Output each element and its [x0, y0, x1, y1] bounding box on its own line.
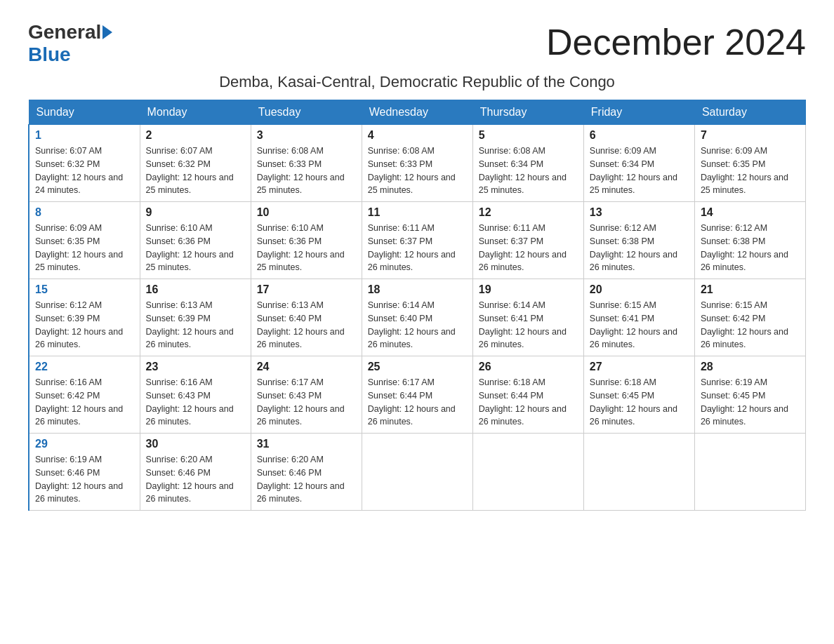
day-number: 30: [146, 438, 245, 450]
calendar-cell: 13Sunrise: 6:12 AMSunset: 6:38 PMDayligh…: [583, 202, 694, 279]
calendar-cell: [583, 434, 694, 511]
calendar-week-1: 1Sunrise: 6:07 AMSunset: 6:32 PMDaylight…: [29, 125, 806, 202]
day-info: Sunrise: 6:11 AMSunset: 6:37 PMDaylight:…: [479, 222, 578, 274]
day-info: Sunrise: 6:10 AMSunset: 6:36 PMDaylight:…: [146, 222, 245, 274]
day-info: Sunrise: 6:19 AMSunset: 6:45 PMDaylight:…: [701, 376, 800, 429]
calendar-week-2: 8Sunrise: 6:09 AMSunset: 6:35 PMDaylight…: [29, 202, 806, 279]
calendar-cell: 23Sunrise: 6:16 AMSunset: 6:43 PMDayligh…: [140, 356, 251, 434]
day-number: 19: [479, 283, 578, 296]
calendar-cell: 17Sunrise: 6:13 AMSunset: 6:40 PMDayligh…: [251, 279, 362, 356]
day-info: Sunrise: 6:07 AMSunset: 6:32 PMDaylight:…: [146, 145, 245, 197]
calendar-header-tuesday: Tuesday: [251, 100, 362, 125]
day-number: 23: [146, 361, 245, 373]
calendar-cell: 5Sunrise: 6:08 AMSunset: 6:34 PMDaylight…: [472, 125, 583, 202]
day-info: Sunrise: 6:13 AMSunset: 6:39 PMDaylight:…: [146, 299, 245, 351]
calendar-cell: 2Sunrise: 6:07 AMSunset: 6:32 PMDaylight…: [140, 125, 251, 202]
calendar-body: 1Sunrise: 6:07 AMSunset: 6:32 PMDaylight…: [29, 125, 806, 511]
day-number: 3: [257, 129, 356, 142]
calendar-cell: 11Sunrise: 6:11 AMSunset: 6:37 PMDayligh…: [362, 202, 472, 279]
day-info: Sunrise: 6:20 AMSunset: 6:46 PMDaylight:…: [257, 453, 356, 506]
day-info: Sunrise: 6:15 AMSunset: 6:42 PMDaylight:…: [701, 299, 800, 351]
day-number: 10: [257, 206, 356, 219]
calendar-cell: 14Sunrise: 6:12 AMSunset: 6:38 PMDayligh…: [694, 202, 805, 279]
calendar-cell: 24Sunrise: 6:17 AMSunset: 6:43 PMDayligh…: [251, 356, 362, 434]
calendar-header-thursday: Thursday: [472, 100, 583, 125]
calendar-week-5: 29Sunrise: 6:19 AMSunset: 6:46 PMDayligh…: [29, 434, 806, 511]
day-number: 18: [368, 283, 467, 296]
day-info: Sunrise: 6:18 AMSunset: 6:44 PMDaylight:…: [479, 376, 578, 429]
location-title: Demba, Kasai-Central, Democratic Republi…: [28, 73, 806, 91]
day-info: Sunrise: 6:09 AMSunset: 6:34 PMDaylight:…: [590, 145, 689, 197]
day-number: 22: [35, 361, 134, 373]
calendar-cell: 20Sunrise: 6:15 AMSunset: 6:41 PMDayligh…: [583, 279, 694, 356]
day-number: 13: [590, 206, 689, 219]
calendar-cell: 10Sunrise: 6:10 AMSunset: 6:36 PMDayligh…: [251, 202, 362, 279]
calendar-header-saturday: Saturday: [694, 100, 805, 125]
day-info: Sunrise: 6:08 AMSunset: 6:33 PMDaylight:…: [257, 145, 356, 197]
calendar-cell: 4Sunrise: 6:08 AMSunset: 6:33 PMDaylight…: [362, 125, 472, 202]
day-number: 25: [368, 361, 467, 373]
month-title: December 2024: [546, 21, 806, 63]
day-info: Sunrise: 6:16 AMSunset: 6:43 PMDaylight:…: [146, 376, 245, 429]
day-info: Sunrise: 6:14 AMSunset: 6:40 PMDaylight:…: [368, 299, 467, 351]
calendar-cell: 1Sunrise: 6:07 AMSunset: 6:32 PMDaylight…: [29, 125, 140, 202]
day-number: 5: [479, 129, 578, 142]
day-info: Sunrise: 6:12 AMSunset: 6:38 PMDaylight:…: [590, 222, 689, 274]
calendar-header-row: SundayMondayTuesdayWednesdayThursdayFrid…: [29, 100, 806, 125]
calendar-cell: 16Sunrise: 6:13 AMSunset: 6:39 PMDayligh…: [140, 279, 251, 356]
day-number: 29: [35, 438, 134, 450]
calendar-cell: 12Sunrise: 6:11 AMSunset: 6:37 PMDayligh…: [472, 202, 583, 279]
calendar-header-friday: Friday: [583, 100, 694, 125]
day-info: Sunrise: 6:20 AMSunset: 6:46 PMDaylight:…: [146, 453, 245, 506]
day-number: 11: [368, 206, 467, 219]
day-number: 26: [479, 361, 578, 373]
calendar-table: SundayMondayTuesdayWednesdayThursdayFrid…: [28, 100, 806, 511]
day-number: 6: [590, 129, 689, 142]
calendar-cell: 6Sunrise: 6:09 AMSunset: 6:34 PMDaylight…: [583, 125, 694, 202]
day-number: 15: [35, 283, 134, 296]
day-number: 8: [35, 206, 134, 219]
day-number: 24: [257, 361, 356, 373]
calendar-cell: 19Sunrise: 6:14 AMSunset: 6:41 PMDayligh…: [472, 279, 583, 356]
calendar-cell: 18Sunrise: 6:14 AMSunset: 6:40 PMDayligh…: [362, 279, 472, 356]
day-number: 4: [368, 129, 467, 142]
calendar-week-3: 15Sunrise: 6:12 AMSunset: 6:39 PMDayligh…: [29, 279, 806, 356]
day-number: 1: [35, 129, 134, 142]
calendar-cell: 9Sunrise: 6:10 AMSunset: 6:36 PMDaylight…: [140, 202, 251, 279]
day-number: 7: [701, 129, 800, 142]
day-info: Sunrise: 6:16 AMSunset: 6:42 PMDaylight:…: [35, 376, 134, 429]
calendar-header-sunday: Sunday: [29, 100, 140, 125]
day-info: Sunrise: 6:17 AMSunset: 6:44 PMDaylight:…: [368, 376, 467, 429]
calendar-cell: 31Sunrise: 6:20 AMSunset: 6:46 PMDayligh…: [251, 434, 362, 511]
calendar-cell: 7Sunrise: 6:09 AMSunset: 6:35 PMDaylight…: [694, 125, 805, 202]
day-info: Sunrise: 6:19 AMSunset: 6:46 PMDaylight:…: [35, 453, 134, 506]
calendar-cell: 22Sunrise: 6:16 AMSunset: 6:42 PMDayligh…: [29, 356, 140, 434]
calendar-cell: 15Sunrise: 6:12 AMSunset: 6:39 PMDayligh…: [29, 279, 140, 356]
logo-arrow-icon: [102, 25, 112, 39]
logo-general-text: General: [28, 21, 101, 43]
calendar-header-monday: Monday: [140, 100, 251, 125]
day-number: 9: [146, 206, 245, 219]
logo-blue-text: Blue: [28, 43, 71, 65]
day-info: Sunrise: 6:18 AMSunset: 6:45 PMDaylight:…: [590, 376, 689, 429]
calendar-cell: [694, 434, 805, 511]
calendar-cell: 21Sunrise: 6:15 AMSunset: 6:42 PMDayligh…: [694, 279, 805, 356]
day-number: 16: [146, 283, 245, 296]
calendar-cell: 27Sunrise: 6:18 AMSunset: 6:45 PMDayligh…: [583, 356, 694, 434]
calendar-cell: 28Sunrise: 6:19 AMSunset: 6:45 PMDayligh…: [694, 356, 805, 434]
day-number: 2: [146, 129, 245, 142]
day-info: Sunrise: 6:07 AMSunset: 6:32 PMDaylight:…: [35, 145, 134, 197]
day-number: 27: [590, 361, 689, 373]
calendar-cell: [472, 434, 583, 511]
calendar-cell: [362, 434, 472, 511]
calendar-cell: 30Sunrise: 6:20 AMSunset: 6:46 PMDayligh…: [140, 434, 251, 511]
day-info: Sunrise: 6:11 AMSunset: 6:37 PMDaylight:…: [368, 222, 467, 274]
calendar-cell: 8Sunrise: 6:09 AMSunset: 6:35 PMDaylight…: [29, 202, 140, 279]
calendar-cell: 25Sunrise: 6:17 AMSunset: 6:44 PMDayligh…: [362, 356, 472, 434]
day-info: Sunrise: 6:13 AMSunset: 6:40 PMDaylight:…: [257, 299, 356, 351]
day-number: 14: [701, 206, 800, 219]
calendar-cell: 26Sunrise: 6:18 AMSunset: 6:44 PMDayligh…: [472, 356, 583, 434]
day-info: Sunrise: 6:17 AMSunset: 6:43 PMDaylight:…: [257, 376, 356, 429]
day-info: Sunrise: 6:12 AMSunset: 6:39 PMDaylight:…: [35, 299, 134, 351]
day-number: 21: [701, 283, 800, 296]
